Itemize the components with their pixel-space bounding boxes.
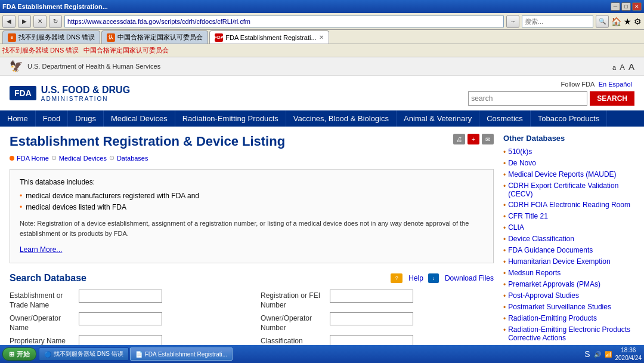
learn-more-link[interactable]: Learn More... [20, 244, 484, 256]
minimize-button[interactable]: ─ [611, 2, 620, 11]
star-icon[interactable]: ★ [624, 17, 631, 26]
fda-subtitle: ADMINISTRATION [41, 96, 130, 102]
sidebar-link-postmarket[interactable]: Postmarket Surveillance Studies [508, 303, 611, 311]
print-icon[interactable]: 🖨 [453, 134, 465, 144]
taskbar-right: S 🔊 📶 18:36 2020/4/24 [584, 346, 642, 362]
address-bar[interactable] [64, 16, 504, 27]
nav-medical-devices[interactable]: Medical Devices [104, 110, 175, 127]
input-owner-number[interactable] [330, 312, 413, 325]
font-small[interactable]: a [612, 64, 616, 71]
header-search-input[interactable] [468, 91, 587, 106]
browser-window: FDA Establishment Registration... ─ □ ✕ … [0, 0, 644, 363]
page-title: Establishment Registration & Device List… [10, 134, 285, 149]
bc-databases[interactable]: Databases [117, 155, 148, 162]
header-search-area: SEARCH [468, 91, 634, 106]
share-icon[interactable]: + [467, 134, 479, 144]
tab-2-icon: 认 [107, 33, 115, 42]
search-go-button[interactable]: 🔍 [596, 15, 609, 28]
font-medium[interactable]: A [620, 63, 625, 72]
sidebar-link-pma[interactable]: Premarket Approvals (PMAs) [508, 280, 600, 288]
sidebar-link-cecv[interactable]: CDRH Export Certificate Validation (CECV… [508, 182, 634, 198]
title-bar-buttons: ─ □ ✕ [611, 2, 642, 11]
back-button[interactable]: ◀ [2, 15, 16, 28]
sidebar-link-radiation-electronic[interactable]: Radiation-Emitting Electronic Products C… [508, 325, 634, 342]
nav-animal[interactable]: Animal & Veterinary [397, 110, 479, 127]
sidebar-item-foia: CDRH FOIA Electronic Reading Room [503, 201, 634, 210]
sidebar-title: Other Databases [503, 134, 634, 143]
tab-1[interactable]: e 找不到服务器域 DNS 错误 [2, 30, 100, 44]
en-espanol-link[interactable]: En Español [599, 81, 632, 88]
label-owner-name: Owner/Operator Name [10, 312, 75, 333]
sidebar-link-humanitarian[interactable]: Humanitarian Device Exemption [508, 257, 610, 266]
sidebar-item-maude: Medical Device Reports (MAUDE) [503, 170, 634, 179]
sidebar-link-device-class[interactable]: Device Classification [508, 235, 574, 243]
sidebar-item-medsun: Medsun Reports [503, 269, 634, 278]
form-row-fei: Registration or FEI Number [261, 290, 494, 310]
nav-tobacco[interactable]: Tobacco Products [531, 110, 607, 127]
taskbar-app-2[interactable]: 📄 FDA Establishment Registrati... [130, 347, 233, 361]
sidebar-link-post-approval[interactable]: Post-Approval Studies [508, 291, 579, 300]
nav-radiation[interactable]: Radiation-Emitting Products [175, 110, 286, 127]
start-button[interactable]: ⊞ 开始 [2, 347, 36, 361]
taskbar-app-2-label: FDA Establishment Registrati... [145, 351, 227, 358]
taskbar-icon-network: 📶 [605, 351, 612, 358]
close-button[interactable]: ✕ [632, 2, 642, 11]
info-item-2: medical devices listed with FDA [20, 202, 484, 213]
refresh-button[interactable]: ↻ [49, 15, 62, 28]
sidebar-item-cecv: CDRH Export Certificate Validation (CECV… [503, 182, 634, 198]
time: 18:36 [615, 346, 642, 354]
bookmark-1[interactable]: 找不到服务器域 DNS 错误 [2, 46, 79, 55]
sidebar-item-cfr: CFR Title 21 [503, 212, 634, 221]
sidebar-link-foia[interactable]: CDRH FOIA Electronic Reading Room [508, 201, 630, 209]
input-owner-name[interactable] [79, 312, 162, 325]
nav-drugs[interactable]: Drugs [68, 110, 104, 127]
sidebar-link-510k[interactable]: 510(k)s [508, 147, 532, 156]
sidebar-link-denovo[interactable]: De Novo [508, 159, 536, 167]
hhs-bar: 🦅 U.S. Department of Health & Human Serv… [0, 57, 644, 76]
sidebar-item-device-class: Device Classification [503, 235, 634, 244]
main-nav: Home Food Drugs Medical Devices Radiatio… [0, 110, 644, 127]
stop-button[interactable]: ✕ [33, 15, 47, 28]
input-fei[interactable] [330, 290, 413, 303]
tab-1-icon: e [8, 33, 16, 42]
bc-medical-devices[interactable]: Medical Devices [59, 155, 107, 162]
nav-vaccines[interactable]: Vaccines, Blood & Biologics [286, 110, 397, 127]
sidebar-link-clia[interactable]: CLIA [508, 223, 524, 232]
bookmark-2[interactable]: 中国合格评定国家认可委员会 [83, 46, 169, 55]
search-title: Search Database [10, 273, 86, 284]
sidebar-link-radiation[interactable]: Radiation-Emitting Products [508, 314, 597, 322]
taskbar-app-1-label: 找不到服务器域 DNS 错误 [54, 350, 123, 358]
label-establishment-name: Establishment or Trade Name [10, 290, 75, 310]
sidebar-item-510k: 510(k)s [503, 147, 634, 156]
nav-icons: 🏠 ★ ⚙ [611, 17, 642, 26]
maximize-button[interactable]: □ [621, 2, 631, 11]
font-large[interactable]: A [628, 61, 634, 72]
help-label[interactable]: Help [408, 274, 423, 282]
fda-title-block: U.S. FOOD & DRUG ADMINISTRATION [41, 84, 130, 102]
info-list: medical device manufacturers registered … [20, 190, 484, 213]
nav-food[interactable]: Food [36, 110, 69, 127]
input-establishment-name[interactable] [79, 290, 162, 303]
browser-search-input[interactable] [522, 16, 593, 27]
tab-2[interactable]: 认 中国合格评定国家认可委员会 [101, 30, 208, 44]
nav-home[interactable]: Home [0, 110, 36, 127]
help-tool-icon: ? [391, 273, 402, 283]
tab-3-close[interactable]: ✕ [319, 34, 324, 41]
sidebar-item-radiation-electronic: Radiation-Emitting Electronic Products C… [503, 325, 634, 342]
go-button[interactable]: → [506, 15, 519, 28]
tab-3[interactable]: FDA FDA Establishment Registrati... ✕ [209, 30, 329, 44]
bc-fda-home[interactable]: FDA Home [17, 155, 49, 162]
sidebar-link-maude[interactable]: Medical Device Reports (MAUDE) [508, 170, 616, 179]
sidebar-link-cfr[interactable]: CFR Title 21 [508, 212, 548, 220]
forward-button[interactable]: ▶ [18, 15, 31, 28]
form-row-owner-name: Owner/Operator Name [10, 312, 243, 333]
sidebar-link-guidance[interactable]: FDA Guidance Documents [508, 246, 593, 254]
nav-cosmetics[interactable]: Cosmetics [479, 110, 531, 127]
taskbar-app-1[interactable]: 🔵 找不到服务器域 DNS 错误 [39, 347, 129, 361]
download-label[interactable]: Download Files [445, 274, 494, 282]
settings-icon[interactable]: ⚙ [634, 17, 642, 26]
email-icon[interactable]: ✉ [482, 134, 494, 144]
header-search-button[interactable]: SEARCH [590, 91, 634, 106]
home-icon[interactable]: 🏠 [611, 17, 621, 26]
sidebar-link-medsun[interactable]: Medsun Reports [508, 269, 561, 277]
